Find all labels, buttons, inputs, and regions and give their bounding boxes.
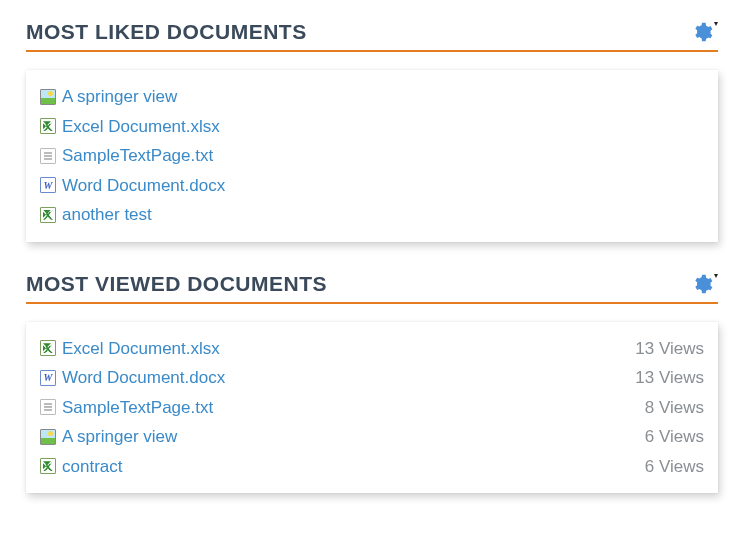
gear-icon (691, 273, 713, 295)
list-item: SampleTextPage.txt (40, 141, 704, 171)
list-item: Excel Document.xlsx (40, 112, 704, 142)
excel-file-icon (40, 458, 56, 474)
list-item: A springer view 6 Views (40, 422, 704, 452)
list-item: Word Document.docx (40, 171, 704, 201)
document-link[interactable]: SampleTextPage.txt (62, 395, 213, 421)
panel-settings-button[interactable]: ▾ (691, 273, 718, 295)
panel-title: MOST VIEWED DOCUMENTS (26, 272, 327, 296)
list-item: another test (40, 200, 704, 230)
document-link[interactable]: SampleTextPage.txt (62, 143, 213, 169)
list-item: contract 6 Views (40, 452, 704, 482)
view-count: 6 Views (645, 424, 704, 450)
list-item: SampleTextPage.txt 8 Views (40, 393, 704, 423)
list-item: Word Document.docx 13 Views (40, 363, 704, 393)
panel-body: Excel Document.xlsx 13 Views Word Docume… (26, 322, 718, 494)
word-file-icon (40, 177, 56, 193)
document-link[interactable]: another test (62, 202, 152, 228)
most-liked-panel: MOST LIKED DOCUMENTS ▾ A springer view E… (26, 20, 718, 242)
panel-header: MOST LIKED DOCUMENTS ▾ (26, 20, 718, 52)
panel-body: A springer view Excel Document.xlsx Samp… (26, 70, 718, 242)
document-link[interactable]: Word Document.docx (62, 173, 225, 199)
chevron-down-icon: ▾ (714, 271, 718, 280)
excel-file-icon (40, 118, 56, 134)
excel-file-icon (40, 207, 56, 223)
document-link[interactable]: Excel Document.xlsx (62, 114, 220, 140)
view-count: 6 Views (645, 454, 704, 480)
document-link[interactable]: A springer view (62, 424, 177, 450)
excel-file-icon (40, 340, 56, 356)
text-file-icon (40, 148, 56, 164)
text-file-icon (40, 399, 56, 415)
view-count: 8 Views (645, 395, 704, 421)
document-link[interactable]: contract (62, 454, 122, 480)
view-count: 13 Views (635, 365, 704, 391)
list-item: A springer view (40, 82, 704, 112)
chevron-down-icon: ▾ (714, 19, 718, 28)
word-file-icon (40, 370, 56, 386)
panel-title: MOST LIKED DOCUMENTS (26, 20, 307, 44)
panel-header: MOST VIEWED DOCUMENTS ▾ (26, 272, 718, 304)
panel-settings-button[interactable]: ▾ (691, 21, 718, 43)
most-viewed-panel: MOST VIEWED DOCUMENTS ▾ Excel Document.x… (26, 272, 718, 494)
image-file-icon (40, 89, 56, 105)
document-link[interactable]: A springer view (62, 84, 177, 110)
gear-icon (691, 21, 713, 43)
document-link[interactable]: Word Document.docx (62, 365, 225, 391)
view-count: 13 Views (635, 336, 704, 362)
list-item: Excel Document.xlsx 13 Views (40, 334, 704, 364)
document-link[interactable]: Excel Document.xlsx (62, 336, 220, 362)
image-file-icon (40, 429, 56, 445)
